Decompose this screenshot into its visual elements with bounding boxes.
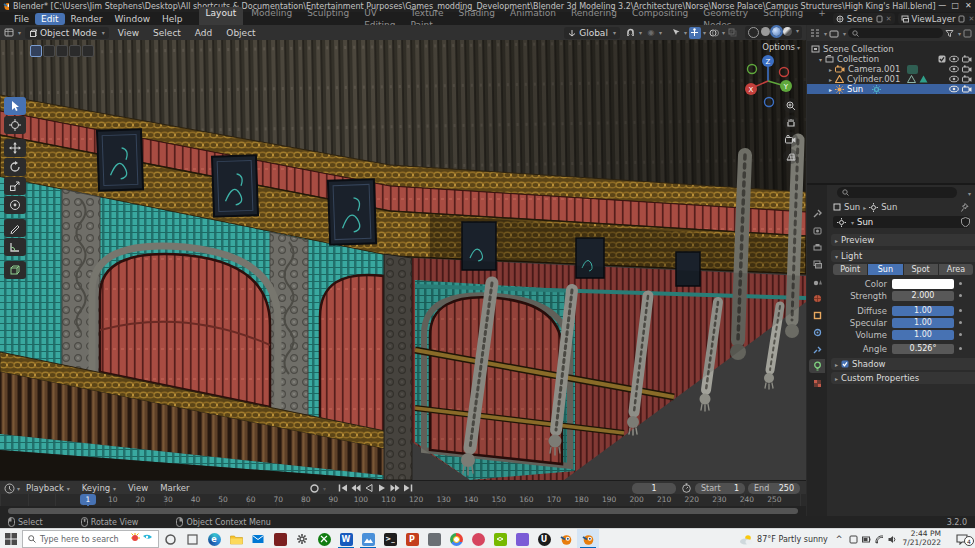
unlink-scene-icon[interactable]: ✕: [886, 15, 892, 23]
play-button[interactable]: [375, 483, 388, 494]
viewlayer-selector[interactable]: ViewLayer ✕: [898, 13, 975, 24]
gizmo-x-label[interactable]: X: [749, 86, 754, 94]
timeline-tick[interactable]: 160: [519, 495, 533, 504]
disclosure-icon[interactable]: ▸: [829, 66, 832, 73]
annotate-tool[interactable]: [4, 219, 26, 237]
light-type-button[interactable]: Point: [833, 264, 867, 275]
move-view-icon[interactable]: [783, 115, 798, 130]
start-button[interactable]: [0, 529, 22, 548]
rotate-tool[interactable]: [4, 158, 26, 176]
unreal-engine-icon[interactable]: U: [533, 529, 555, 548]
timeline-tick[interactable]: 140: [464, 495, 478, 504]
new-scene-icon[interactable]: [876, 15, 883, 23]
panel-custom-properties[interactable]: ▸Custom Properties: [831, 372, 975, 384]
filter-icon[interactable]: [945, 29, 954, 38]
light-datablock-field[interactable]: ▾ Sun: [833, 216, 969, 228]
minimize-button[interactable]: —: [936, 0, 949, 12]
outliner-options-icon[interactable]: [963, 29, 972, 38]
blender-app-icon[interactable]: [555, 529, 577, 548]
timeline-tick[interactable]: 220: [685, 495, 699, 504]
new-collection-icon[interactable]: [829, 29, 839, 38]
menu-item[interactable]: Edit: [35, 13, 64, 25]
animate-dot[interactable]: [959, 321, 962, 324]
snap-magnet-icon[interactable]: [625, 27, 637, 39]
measure-tool[interactable]: [4, 238, 26, 256]
solid-shading-icon[interactable]: [761, 27, 770, 36]
animate-dot[interactable]: [959, 294, 962, 297]
tab-scene[interactable]: [809, 274, 825, 288]
specular-slider[interactable]: 1.00: [892, 318, 954, 328]
select-mode-new[interactable]: [30, 45, 42, 57]
timeline-tick[interactable]: 190: [602, 495, 616, 504]
timeline-tick[interactable]: 120: [409, 495, 423, 504]
auto-keyframe-record-button[interactable]: [308, 483, 321, 494]
cortana-button[interactable]: [159, 529, 181, 548]
select-mode-subtract[interactable]: [56, 45, 68, 57]
settings-icon[interactable]: [291, 529, 313, 548]
strength-field[interactable]: 2.000: [892, 291, 954, 301]
disable-render-icon[interactable]: [962, 75, 972, 83]
proportional-edit-icon[interactable]: ◉: [645, 27, 657, 39]
transform-tool[interactable]: [4, 196, 26, 214]
angle-field[interactable]: 0.526°: [892, 344, 954, 354]
camera-view-icon[interactable]: [783, 132, 798, 147]
file-explorer-icon[interactable]: [225, 529, 247, 548]
timeline-tick[interactable]: 150: [492, 495, 506, 504]
gizmo-neg-x[interactable]: [780, 68, 789, 77]
timeline-tick[interactable]: 80: [301, 495, 311, 504]
close-button[interactable]: ✕: [962, 0, 975, 12]
outliner-row-cylinder[interactable]: ▸ Cylinder.001: [807, 74, 975, 84]
timeline-tick[interactable]: 40: [191, 495, 201, 504]
animate-dot[interactable]: [959, 333, 962, 336]
stopwatch-icon[interactable]: [682, 483, 691, 493]
color-swatch[interactable]: [892, 279, 954, 289]
light-type-button[interactable]: Spot: [904, 264, 938, 275]
search-highlights-icon[interactable]: [131, 532, 153, 546]
timeline-tick[interactable]: 100: [354, 495, 368, 504]
chrome-icon[interactable]: [445, 529, 467, 548]
timeline-scrollbar[interactable]: [0, 506, 806, 516]
next-keyframe-button[interactable]: [388, 483, 401, 494]
tray-battery-icon[interactable]: [862, 535, 871, 544]
animate-dot[interactable]: [959, 347, 962, 350]
transform-orientation-dropdown[interactable]: Global▾: [564, 27, 620, 39]
current-frame-marker[interactable]: 1: [80, 494, 96, 505]
tray-volume-icon[interactable]: [888, 535, 897, 544]
xbox-icon[interactable]: [313, 529, 335, 548]
word-icon[interactable]: W: [335, 529, 357, 548]
show-overlays-icon[interactable]: [708, 27, 720, 39]
tray-expand-caret[interactable]: ^: [836, 535, 843, 544]
object-visibility-icon[interactable]: [670, 27, 682, 39]
select-box-tool[interactable]: [4, 97, 26, 115]
timeline-menu-item[interactable]: View: [122, 483, 154, 493]
scene-selector[interactable]: Scene ✕: [833, 13, 895, 24]
play-reverse-button[interactable]: [362, 483, 375, 494]
timeline-tick[interactable]: 180: [574, 495, 588, 504]
timeline-tick[interactable]: 170: [547, 495, 561, 504]
fake-user-shield-icon[interactable]: [961, 217, 970, 227]
outliner-search-input[interactable]: [848, 28, 943, 38]
gizmo-y-label[interactable]: Y: [783, 83, 789, 91]
gizmo-z-label[interactable]: Z: [766, 58, 771, 66]
clock[interactable]: 2:44 PM 7/21/2022: [903, 530, 941, 547]
zoom-view-icon[interactable]: [783, 98, 798, 113]
menu-item[interactable]: Render: [65, 13, 109, 25]
cursor-tool[interactable]: [4, 116, 26, 134]
jump-to-start-button[interactable]: [336, 483, 349, 494]
menu-item[interactable]: Window: [109, 13, 157, 25]
timeline-tick[interactable]: 230: [712, 495, 726, 504]
tab-object-data[interactable]: [809, 359, 825, 373]
checkbox-icon[interactable]: [938, 55, 946, 63]
timeline-tick[interactable]: 110: [381, 495, 395, 504]
animate-dot[interactable]: [959, 282, 962, 285]
timeline-tick[interactable]: 130: [436, 495, 450, 504]
remove-viewlayer-icon[interactable]: ✕: [968, 15, 974, 23]
mail-icon[interactable]: [247, 529, 269, 548]
photos-app-icon[interactable]: [357, 529, 379, 548]
material-preview-icon[interactable]: [772, 27, 781, 36]
hide-eye-icon[interactable]: [949, 85, 959, 93]
viewport-menu-item[interactable]: View: [111, 28, 146, 38]
tray-tablet-icon[interactable]: [849, 535, 858, 544]
menu-item[interactable]: Help: [156, 13, 189, 25]
disclosure-icon[interactable]: ▾: [819, 56, 822, 63]
